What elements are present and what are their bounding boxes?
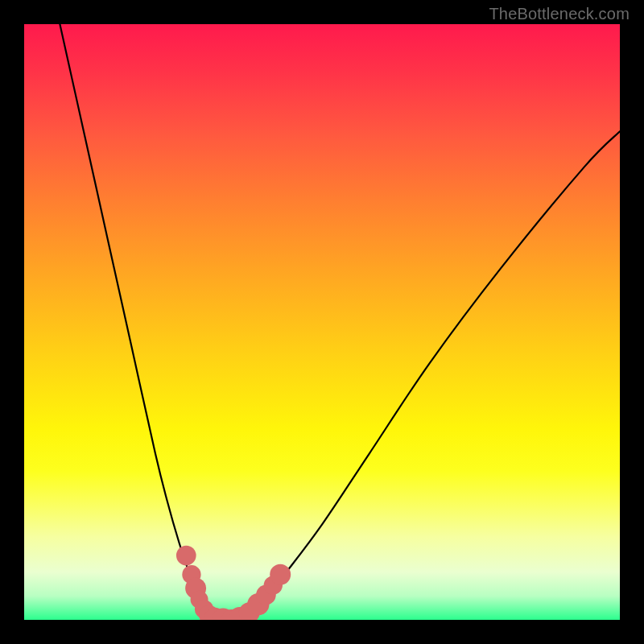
chart-svg xyxy=(24,24,620,620)
chart-frame: TheBottleneck.com xyxy=(0,0,644,644)
right-curve xyxy=(233,131,620,620)
watermark-text: TheBottleneck.com xyxy=(489,5,630,23)
left-curve xyxy=(60,24,214,620)
marker-point xyxy=(270,564,291,585)
marker-point xyxy=(176,546,196,566)
markers-group xyxy=(176,546,291,620)
plot-area xyxy=(24,24,620,620)
